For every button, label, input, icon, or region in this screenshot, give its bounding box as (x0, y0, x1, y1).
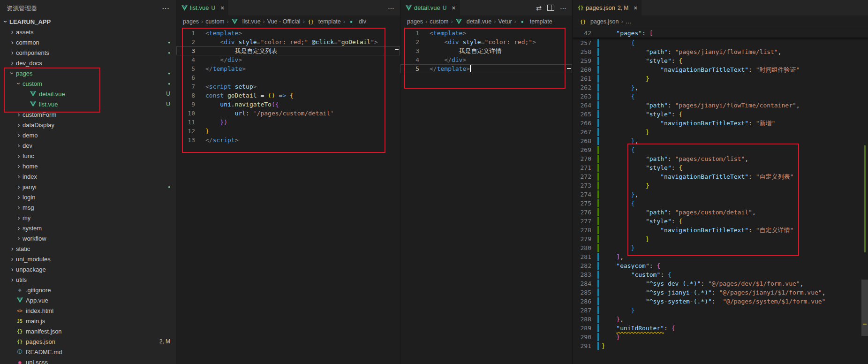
code-line-4[interactable]: 4 </div> (176, 55, 400, 64)
code-line-11[interactable]: 11 }) (176, 118, 400, 127)
tree-item-jianyi[interactable]: ›jianyi● (0, 182, 176, 192)
code-line-9[interactable]: 9 uni.navigateTo({ (176, 100, 400, 109)
tree-item-assets[interactable]: ›assets (0, 27, 176, 37)
breadcrumb-item[interactable]: custom (205, 18, 224, 25)
tree-item-func[interactable]: ›func (0, 151, 176, 161)
tree-item-pages[interactable]: ›pages● (0, 68, 176, 78)
code-line-279[interactable]: 279 } (573, 235, 868, 243)
code-line-287[interactable]: 287 } (573, 306, 868, 315)
tree-item-index.html[interactable]: <>index.html (0, 305, 176, 316)
code-line-286[interactable]: 286 "^sys-system-(.*)": "@/pages/system/… (573, 297, 868, 306)
tree-item-dev[interactable]: ›dev (0, 140, 176, 151)
breadcrumb-item[interactable]: list.vue (231, 18, 261, 25)
code-line-261[interactable]: 261 } (573, 74, 868, 83)
split-editor-icon[interactable] (547, 5, 554, 11)
breadcrumb-item[interactable]: {}template (307, 18, 341, 25)
code-line-262[interactable]: 262 }, (573, 83, 868, 92)
code-line-281[interactable]: 281 ], (573, 252, 868, 261)
tree-item-home[interactable]: ›home (0, 161, 176, 171)
code-line-259[interactable]: 259 "style": { (573, 56, 868, 65)
code-line-266[interactable]: 266 "navigationBarTitleText": "新增" (573, 119, 868, 128)
close-icon[interactable]: × (452, 4, 455, 12)
code-line-12[interactable]: 12} (176, 127, 400, 136)
more-actions-icon[interactable]: ⋯ (388, 4, 394, 12)
code-line-3[interactable]: 3 我是自定义详情 (400, 46, 572, 55)
close-icon[interactable]: × (634, 4, 637, 12)
code-editor[interactable]: 1<template>2 <div style="color: red;" @c… (176, 28, 400, 364)
tree-item-.gitignore[interactable]: ◈.gitignore (0, 285, 176, 295)
tree-item-workflow[interactable]: ›workflow (0, 233, 176, 243)
code-line-275[interactable]: 275 { (573, 199, 868, 208)
breadcrumb-item[interactable]: … (626, 18, 632, 25)
tree-item-pages.json[interactable]: {}pages.json2, M (0, 336, 176, 347)
tree-item-unpackage[interactable]: ›unpackage (0, 264, 176, 274)
code-line-280[interactable]: 280 } (573, 243, 868, 252)
code-line-2[interactable]: 2 <div style="color: red;"> (400, 38, 572, 46)
project-root-row[interactable]: › LEARUN_APP (0, 16, 176, 27)
code-editor[interactable]: 1<template>2 <div style="color: red;">3 … (400, 28, 572, 364)
tree-item-login[interactable]: ›login (0, 192, 176, 202)
code-line-288[interactable]: 288 }, (573, 315, 868, 324)
tree-item-uni_modules[interactable]: ›uni_modules (0, 254, 176, 264)
tree-item-demo[interactable]: ›demo (0, 130, 176, 140)
breadcrumb-item[interactable]: detail.vue (455, 18, 492, 25)
tree-item-dataDisplay[interactable]: ›dataDisplay (0, 120, 176, 130)
code-line-4[interactable]: 4 </div> (400, 55, 572, 64)
code-line-269[interactable]: 269 { (573, 145, 868, 154)
code-line-277[interactable]: 277 "style": { (573, 217, 868, 226)
code-line-13[interactable]: 13</script> (176, 136, 400, 144)
code-line-10[interactable]: 10 url: '/pages/custom/detail' (176, 109, 400, 118)
tree-item-components[interactable]: ›components● (0, 47, 176, 58)
breadcrumb-item[interactable]: pages (407, 18, 423, 25)
tree-item-App.vue[interactable]: App.vue (0, 295, 176, 305)
code-line-1[interactable]: 1<template> (400, 29, 572, 38)
code-line-291[interactable]: 291} (573, 341, 868, 350)
code-line-3[interactable]: 3 我是自定义列表 (176, 46, 400, 55)
code-line-273[interactable]: 273 } (573, 181, 868, 190)
tree-item-custom[interactable]: ›custom● (0, 78, 176, 89)
code-line-290[interactable]: 290 } (573, 333, 868, 341)
code-line-260[interactable]: 260 "navigationBarTitleText": "时间组件验证" (573, 65, 868, 74)
code-line-284[interactable]: 284 "^sys-dev-(.*)": "@/pages/dev/$1/for… (573, 279, 868, 288)
code-line-265[interactable]: 265 "style": { (573, 110, 868, 119)
tab-detail.vue[interactable]: detail.vue U × (400, 0, 460, 15)
tree-item-uni.scss[interactable]: ◉uni.scss (0, 357, 176, 364)
compare-icon[interactable]: ⇄ (536, 4, 542, 12)
code-line-274[interactable]: 274 }, (573, 190, 868, 199)
tree-item-detail.vue[interactable]: detail.vueU (0, 89, 176, 99)
code-line-271[interactable]: 271 "style": { (573, 163, 868, 172)
code-line-278[interactable]: 278 "navigationBarTitleText": "自定义详情" (573, 226, 868, 235)
tree-item-manifest.json[interactable]: {}manifest.json (0, 326, 176, 336)
code-line-270[interactable]: 270 "path": "pages/custom/list", (573, 154, 868, 163)
code-editor[interactable]: 42 "pages": [257 {258 "path": "pages/jia… (573, 28, 868, 364)
tree-item-dev_docs[interactable]: ›dev_docs (0, 58, 176, 68)
breadcrumb-item[interactable]: {}pages.json (579, 18, 619, 25)
more-actions-icon[interactable]: ⋯ (162, 4, 169, 13)
breadcrumb-item[interactable]: pages (183, 18, 199, 25)
code-line-268[interactable]: 268 }, (573, 136, 868, 145)
tab-list.vue[interactable]: list.vue U × (176, 0, 228, 15)
tree-item-static[interactable]: ›static (0, 243, 176, 254)
code-line-257[interactable]: 257 { (573, 38, 868, 47)
code-line-267[interactable]: 267 } (573, 128, 868, 136)
tree-item-system[interactable]: ›system (0, 223, 176, 233)
code-line-264[interactable]: 264 "path": "pages/jianyi/flowTime/conta… (573, 101, 868, 110)
code-line-276[interactable]: 276 "path": "pages/custom/detail", (573, 208, 868, 217)
tab-pages.json[interactable]: {} pages.json 2, M × (573, 0, 642, 15)
breadcrumb-item[interactable]: custom (430, 18, 448, 25)
code-line-283[interactable]: 283 "custom": { (573, 270, 868, 279)
tree-item-customForm[interactable]: ›customForm (0, 109, 176, 120)
breadcrumb-item[interactable]: ◆div (347, 18, 366, 25)
code-line-6[interactable]: 6 (176, 73, 400, 82)
code-line-285[interactable]: 285 "^sys-jianyi-(.*)": "@/pages/jianyi/… (573, 288, 868, 297)
more-actions-icon[interactable]: ⋯ (560, 4, 566, 12)
tree-item-utils[interactable]: ›utils (0, 274, 176, 285)
tree-item-msg[interactable]: ›msg (0, 202, 176, 212)
breadcrumb-item[interactable]: Vue - Official (267, 18, 301, 25)
tree-item-main.js[interactable]: JSmain.js (0, 316, 176, 326)
tree-item-README.md[interactable]: ⓘREADME.md (0, 347, 176, 357)
code-line-282[interactable]: 282 "easycom": { (573, 261, 868, 270)
tree-item-common[interactable]: ›common● (0, 37, 176, 47)
tree-item-list.vue[interactable]: list.vueU (0, 99, 176, 109)
tree-item-my[interactable]: ›my (0, 212, 176, 223)
